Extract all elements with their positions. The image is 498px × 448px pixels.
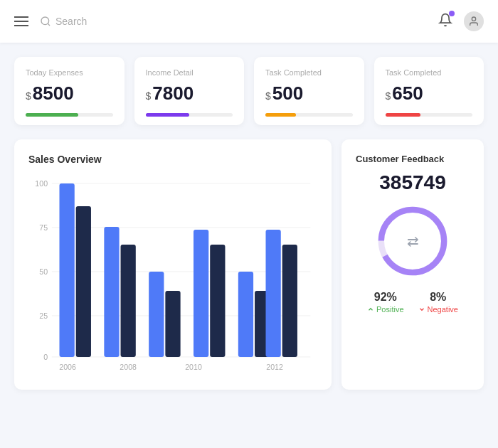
sales-chart: 100 75 50 25 0 — [28, 176, 317, 375]
svg-line-1 — [48, 23, 50, 26]
sentiment-row: 92% Positive 8% Negative — [356, 291, 470, 314]
stat-currency-1: $ — [146, 90, 152, 102]
negative-label: Negative — [418, 305, 458, 314]
svg-text:2008: 2008 — [120, 363, 137, 371]
menu-button[interactable] — [14, 16, 28, 26]
progress-fill-1 — [146, 113, 189, 117]
stat-label-2: Task Completed — [265, 68, 353, 77]
feedback-title: Customer Feedback — [356, 154, 444, 164]
stat-currency-2: $ — [265, 90, 271, 102]
header: Search — [0, 0, 498, 43]
sales-overview-card: Sales Overview 100 75 50 25 0 — [14, 139, 332, 390]
stat-card-1: Income Detail $7800 — [134, 57, 245, 125]
svg-rect-19 — [194, 230, 208, 357]
notification-dot — [449, 11, 455, 16]
stat-value-2: $500 — [265, 82, 353, 105]
svg-rect-16 — [121, 245, 136, 357]
svg-text:50: 50 — [39, 267, 48, 276]
bottom-section: Sales Overview 100 75 50 25 0 — [14, 139, 484, 390]
svg-text:25: 25 — [39, 311, 48, 320]
user-avatar[interactable] — [464, 11, 484, 31]
main-content: Today Expenses $8500 Income Detail $7800… — [0, 43, 498, 404]
stat-value-1: $7800 — [146, 82, 233, 105]
progress-bg-3 — [386, 113, 473, 117]
positive-pct: 92% — [374, 291, 397, 304]
negative-sentiment: 8% Negative — [418, 291, 458, 314]
search-text[interactable]: Search — [55, 16, 87, 27]
progress-fill-0 — [26, 113, 78, 117]
svg-rect-18 — [165, 291, 180, 357]
svg-text:0: 0 — [43, 353, 48, 361]
progress-bg-1 — [146, 113, 233, 117]
svg-rect-15 — [104, 227, 119, 357]
feedback-number: 385749 — [379, 171, 445, 194]
stat-currency-0: $ — [26, 90, 31, 102]
positive-sentiment: 92% Positive — [367, 291, 404, 314]
progress-fill-3 — [386, 113, 420, 117]
svg-rect-17 — [149, 272, 164, 357]
arrow-down-icon — [418, 306, 425, 313]
svg-text:2006: 2006 — [59, 363, 76, 371]
svg-rect-14 — [76, 206, 91, 357]
stat-card-3: Task Completed $650 — [374, 57, 484, 125]
stat-currency-3: $ — [386, 90, 391, 102]
donut-chart-wrapper: ⇄ — [377, 206, 448, 277]
bar-chart-svg: 100 75 50 25 0 — [28, 176, 317, 375]
svg-rect-23 — [266, 230, 281, 357]
svg-text:2012: 2012 — [266, 363, 283, 371]
svg-rect-20 — [210, 245, 225, 357]
search-wrapper: Search — [40, 16, 438, 27]
progress-bg-0 — [26, 113, 113, 117]
negative-pct: 8% — [430, 291, 446, 304]
stat-label-1: Income Detail — [146, 68, 233, 77]
positive-label: Positive — [367, 305, 404, 314]
svg-point-0 — [41, 17, 49, 25]
progress-bg-2 — [265, 113, 353, 117]
svg-text:75: 75 — [39, 223, 48, 232]
stat-card-2: Task Completed $500 — [254, 57, 364, 125]
svg-text:2010: 2010 — [185, 363, 202, 371]
person-icon — [468, 16, 480, 27]
stat-value-0: $8500 — [26, 82, 113, 105]
svg-point-2 — [472, 17, 475, 21]
stat-cards-grid: Today Expenses $8500 Income Detail $7800… — [14, 57, 484, 125]
progress-fill-2 — [265, 113, 296, 117]
stat-value-3: $650 — [386, 82, 473, 105]
stat-card-0: Today Expenses $8500 — [14, 57, 124, 125]
header-right — [438, 11, 484, 31]
search-icon — [40, 16, 51, 27]
stat-label-3: Task Completed — [386, 68, 473, 77]
stat-label-0: Today Expenses — [26, 68, 113, 77]
svg-rect-24 — [282, 245, 297, 357]
arrow-up-icon — [367, 306, 374, 313]
notification-button[interactable] — [438, 13, 452, 30]
svg-rect-21 — [238, 272, 253, 357]
sales-overview-title: Sales Overview — [28, 154, 317, 165]
shuffle-icon: ⇄ — [407, 233, 419, 250]
svg-text:100: 100 — [35, 179, 48, 188]
svg-rect-13 — [60, 183, 75, 357]
customer-feedback-card: Customer Feedback 385749 ⇄ 92% P — [341, 139, 484, 390]
